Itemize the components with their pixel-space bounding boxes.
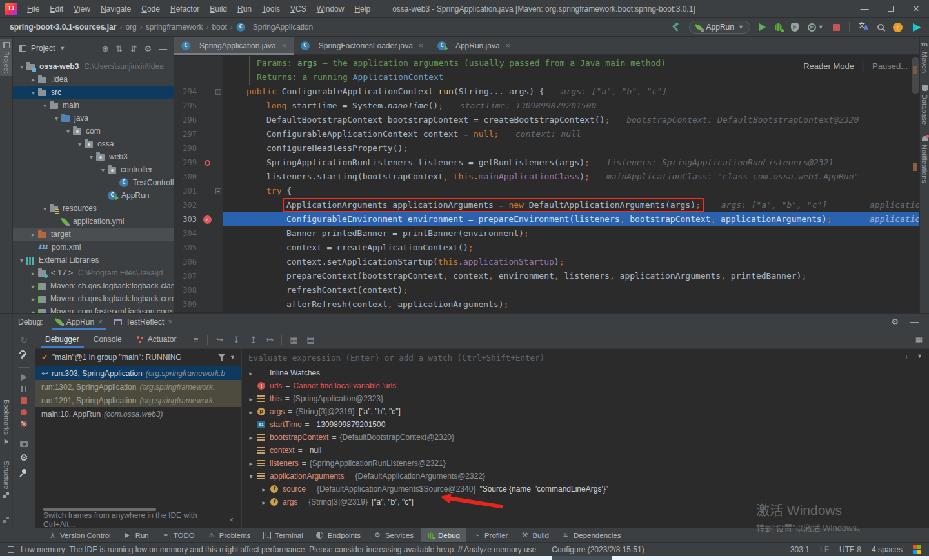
close-tab-icon[interactable]: × — [506, 41, 510, 50]
tree-item-maven-com-fasterxml-jackson-core-jackson-anno[interactable]: ▸Maven: com.fasterxml.jackson.core:jacks… — [13, 305, 174, 313]
expand-chevron-icon[interactable]: ▸ — [246, 370, 256, 377]
locate-file-icon[interactable]: ⊕ — [102, 44, 109, 54]
stripe-database[interactable]: Database — [921, 85, 928, 125]
code-line[interactable]: 295long startTime = System.nanoTime();st… — [174, 99, 919, 113]
code-line[interactable]: 294−public ConfigurableApplicationContex… — [174, 85, 919, 99]
mute-breakpoints-icon[interactable] — [21, 421, 27, 427]
menu-build[interactable]: Build — [205, 5, 232, 14]
editor-tab[interactable]: SpringApplication.java× — [174, 37, 294, 54]
tree-item-java[interactable]: ▾java — [13, 112, 174, 125]
resume-program-icon[interactable] — [21, 374, 27, 381]
code-editor[interactable]: Params: args – the application arguments… — [174, 55, 919, 313]
variable-row-starttime[interactable]: startTime=1309899879201500 — [242, 418, 929, 431]
menu-edit[interactable]: Edit — [45, 5, 68, 14]
menu-tools[interactable]: Tools — [257, 5, 285, 14]
menu-refactor[interactable]: Refactor — [165, 5, 205, 14]
profiler-button[interactable]: ▼ — [808, 23, 824, 32]
thread-dump-icon[interactable] — [20, 441, 28, 447]
breakpoint-icon[interactable] — [205, 160, 210, 166]
close-tip-icon[interactable]: × — [229, 515, 234, 525]
grid-icon[interactable] — [3, 517, 9, 523]
chevron-down-icon[interactable]: ▼ — [917, 353, 923, 362]
code-line[interactable]: 300listeners.starting(bootstrapContext, … — [174, 170, 919, 184]
tree-chevron-icon[interactable]: ▾ — [75, 141, 85, 148]
fold-icon[interactable]: − — [215, 89, 221, 95]
variable-row-urls[interactable]: urls=Cannot find local variable 'urls' — [242, 379, 929, 392]
modify-run-configuration-icon[interactable] — [19, 350, 29, 361]
step-out-icon[interactable]: ↥ — [245, 335, 261, 345]
variable-row-bootstrapcontext[interactable]: ▸bootstrapContext={DefaultBootstrapConte… — [242, 431, 929, 444]
debug-button[interactable] — [775, 23, 782, 31]
breadcrumb-item[interactable]: SpringApplication — [234, 23, 315, 32]
code-line[interactable]: 296DefaultBootstrapContext bootstrapCont… — [174, 113, 919, 127]
stop-icon[interactable] — [21, 397, 27, 404]
stack-frame[interactable]: main:10, AppRun(com.ossa.web3) — [35, 407, 241, 421]
settings-gear-icon[interactable]: ⚙ — [144, 44, 152, 54]
tab-actuator[interactable]: Actuator — [129, 330, 184, 348]
editor-tab[interactable]: AppRun.java× — [430, 37, 517, 54]
stripe-bookmarks[interactable]: Bookmarks — [3, 396, 10, 450]
tool-tab-debug[interactable]: Debug — [421, 528, 466, 542]
close-tab-icon[interactable]: × — [419, 41, 423, 50]
stripe-notifications[interactable]: Notifications — [921, 136, 928, 183]
pause-program-icon[interactable] — [21, 386, 26, 392]
tool-tab-version-control[interactable]: Version Control — [43, 528, 117, 542]
variable-row-inline-watches[interactable]: ▸Inline Watches — [242, 366, 929, 379]
breadcrumb-item[interactable]: springframework — [144, 23, 205, 32]
menu-vcs[interactable]: VCS — [285, 5, 312, 14]
close-tab-icon[interactable]: × — [98, 317, 103, 326]
code-line[interactable]: 307prepareContext(bootstrapContext, cont… — [174, 269, 919, 283]
tree-item-testcontroller[interactable]: TestController — [13, 176, 174, 189]
stack-frame[interactable]: run:1291, SpringApplication(org.springfr… — [35, 394, 241, 407]
tree-item-pom-xml[interactable]: pom.xml — [13, 241, 174, 254]
sidebar-item-project[interactable]: Project — [0, 39, 12, 76]
variable-row-context[interactable]: context=null — [242, 444, 929, 457]
tree-item-maven-ch-qos-logback-logback-core-1-4-5[interactable]: ▸Maven: ch.qos.logback:logback-core:1.4.… — [13, 292, 174, 305]
tree-item-maven-ch-qos-logback-logback-classic-1-4-5[interactable]: ▸Maven: ch.qos.logback:logback-classic:1… — [13, 279, 174, 292]
minimize-button[interactable]: — — [852, 4, 877, 14]
build-icon[interactable] — [671, 23, 680, 32]
breadcrumb-item[interactable]: spring-boot-3.0.1-sources.jar — [8, 23, 118, 32]
tree-chevron-icon[interactable]: ▾ — [17, 63, 26, 70]
status-file-encoding[interactable]: UTF-8 — [839, 545, 861, 554]
error-stripe-mark[interactable] — [913, 163, 917, 171]
status-line-separator[interactable]: LF — [820, 545, 829, 554]
tool-tab-services[interactable]: Services — [368, 528, 419, 542]
tree-chevron-icon[interactable]: ▸ — [28, 231, 38, 238]
collapse-all-icon[interactable]: ⇵ — [130, 44, 137, 54]
variable-row-applicationarguments[interactable]: ▾applicationArguments={DefaultApplicatio… — [242, 470, 929, 483]
tree-item--idea[interactable]: ▸.idea — [13, 73, 174, 86]
tab-debugger[interactable]: Debugger — [38, 330, 86, 348]
close-button[interactable]: ✕ — [903, 4, 929, 14]
code-line[interactable]: 304Banner printedBanner = printBanner(en… — [174, 226, 919, 241]
debug-session-tab-testreflect[interactable]: TestReflect× — [108, 314, 178, 330]
tool-tab-endpoints[interactable]: Endpoints — [310, 528, 366, 542]
layout-settings-icon[interactable]: ▤ — [302, 335, 319, 345]
tree-chevron-icon[interactable]: ▸ — [28, 295, 38, 303]
expand-chevron-icon[interactable]: ▸ — [246, 408, 256, 415]
tree-item-src[interactable]: ▾src — [13, 86, 174, 99]
chevron-down-icon[interactable]: ▼ — [230, 354, 235, 361]
close-tab-icon[interactable]: × — [168, 317, 172, 326]
tree-item-target[interactable]: ▸target — [13, 228, 174, 241]
tool-tab-dependencies[interactable]: Dependencies — [556, 528, 627, 542]
variable-row-args[interactable]: ▸args={String[3]@2319}["a", "b", "c"] — [242, 405, 929, 418]
code-line[interactable]: 303✓ConfigurableEnvironment environment … — [174, 212, 919, 226]
code-line[interactable]: 309afterRefresh(context, applicationArgu… — [174, 297, 919, 312]
menu-code[interactable]: Code — [136, 5, 165, 14]
expand-all-icon[interactable]: ⇅ — [116, 44, 123, 54]
thread-selector[interactable]: ✔ "main"@1 in group "main": RUNNING ▼ — [35, 349, 241, 366]
tool-tab-run[interactable]: Run — [118, 528, 155, 542]
tree-chevron-icon[interactable]: ▾ — [86, 154, 96, 161]
run-configuration-selector[interactable]: AppRun ▼ — [689, 21, 750, 34]
menu-navigate[interactable]: Navigate — [95, 5, 136, 14]
tree-chevron-icon[interactable]: ▸ — [28, 308, 38, 314]
variable-row-listeners[interactable]: ▸listeners={SpringApplicationRunListener… — [242, 457, 929, 470]
tree-item-apprun[interactable]: AppRun — [13, 189, 174, 202]
error-stripe-mark[interactable] — [913, 66, 917, 74]
tree-chevron-icon[interactable]: ▸ — [28, 76, 38, 83]
tree-item-ossa-web3[interactable]: ▾ossa-web3C:\Users\sunjinxin\Idea — [13, 60, 174, 73]
tree-item-resources[interactable]: ▾resources — [13, 202, 174, 215]
add-watch-icon[interactable]: + — [904, 353, 909, 362]
debugger-settings-icon[interactable]: ⚙ — [19, 452, 29, 463]
